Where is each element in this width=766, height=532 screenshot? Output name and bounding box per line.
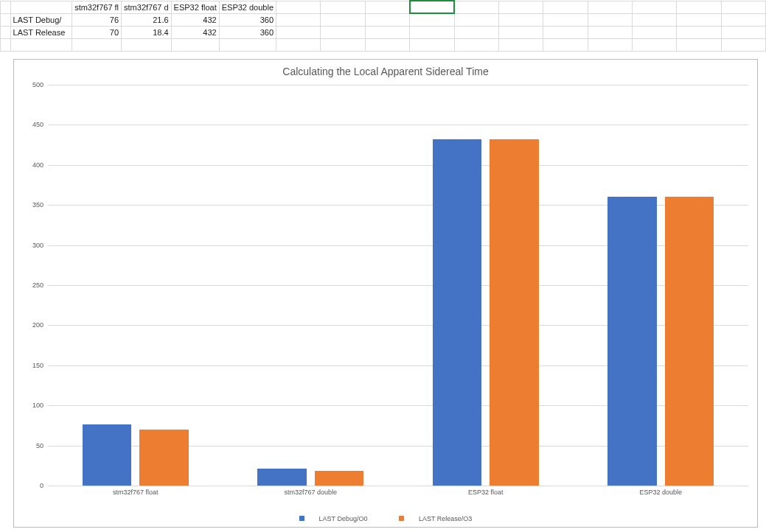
legend-swatch-orange <box>399 516 404 521</box>
y-tick-label: 350 <box>18 201 43 209</box>
active-cell[interactable] <box>410 1 454 13</box>
cell-blank[interactable] <box>677 26 721 38</box>
gridline <box>48 85 748 85</box>
bar <box>257 469 307 486</box>
cell-blank[interactable] <box>454 1 498 13</box>
cell-blank[interactable] <box>219 38 276 51</box>
row1-v4[interactable]: 360 <box>219 13 276 26</box>
cell-blank[interactable] <box>276 26 321 38</box>
y-tick-label: 500 <box>18 81 43 88</box>
cell-blank[interactable] <box>588 38 632 51</box>
bar <box>315 471 364 486</box>
chart[interactable]: Calculating the Local Apparent Sidereal … <box>13 59 758 528</box>
data-table[interactable]: stm32f767 fl stm32f767 d ESP32 float ESP… <box>0 0 766 52</box>
y-tick-label: 200 <box>18 321 43 329</box>
cell-blank[interactable] <box>365 1 409 13</box>
cell-blank[interactable] <box>410 38 454 51</box>
cell-blank[interactable] <box>588 1 632 13</box>
plot-area: 050100150200250300350400450500 <box>48 85 748 486</box>
y-tick-label: 100 <box>18 402 43 409</box>
row2-v2[interactable]: 18.4 <box>122 26 172 38</box>
x-tick-label: stm32f767 double <box>284 489 337 496</box>
row1-v2[interactable]: 21.6 <box>122 13 172 26</box>
hdr-b[interactable]: stm32f767 fl <box>72 1 122 13</box>
cell-blank[interactable] <box>72 38 122 51</box>
row2-label[interactable]: LAST Release <box>10 26 72 38</box>
cell-blank[interactable] <box>365 26 409 38</box>
cell-blank[interactable] <box>677 1 721 13</box>
cell-blank[interactable] <box>321 13 365 26</box>
chart-title: Calculating the Local Apparent Sidereal … <box>14 60 757 80</box>
bar <box>490 139 539 486</box>
hdr-d[interactable]: ESP32 float <box>171 1 219 13</box>
cell-blank[interactable] <box>276 13 321 26</box>
cell-blank[interactable] <box>543 26 588 38</box>
cell-blank[interactable] <box>543 13 588 26</box>
bar <box>433 139 482 486</box>
x-tick-label: stm32f767 float <box>113 489 159 496</box>
gridline <box>48 125 748 125</box>
row1-v3[interactable]: 432 <box>171 13 219 26</box>
row2-v3[interactable]: 432 <box>171 26 219 38</box>
cell-blank[interactable] <box>677 38 721 51</box>
cell-blank[interactable] <box>321 26 365 38</box>
cell-blank[interactable] <box>122 38 172 51</box>
y-tick-label: 400 <box>18 161 43 169</box>
cell-blank[interactable] <box>454 13 498 26</box>
y-tick-label: 450 <box>18 121 43 128</box>
legend-label-1: LAST Debug/O0 <box>319 515 368 522</box>
cell-blank[interactable] <box>498 1 543 13</box>
cell-blank[interactable] <box>721 13 765 26</box>
gridline <box>48 165 748 166</box>
cell-blank[interactable] <box>588 13 632 26</box>
bar <box>139 430 189 486</box>
cell-blank[interactable] <box>365 38 409 51</box>
cell-blank[interactable] <box>543 1 588 13</box>
cell-blank[interactable] <box>276 1 321 13</box>
y-tick-label: 300 <box>18 242 43 249</box>
legend: LAST Debug/O0 LAST Release/O3 <box>14 515 757 523</box>
row1-v1[interactable]: 76 <box>72 13 122 26</box>
bar <box>665 197 714 486</box>
legend-item-1: LAST Debug/O0 <box>292 515 375 522</box>
hdr-c[interactable]: stm32f767 d <box>122 1 172 13</box>
bar <box>83 424 132 486</box>
cell-blank[interactable] <box>632 1 676 13</box>
cell-blank[interactable] <box>632 38 676 51</box>
cell-blank[interactable] <box>321 1 365 13</box>
cell-blank[interactable] <box>721 26 765 38</box>
cell-blank[interactable] <box>365 13 409 26</box>
cell-blank[interactable] <box>498 26 543 38</box>
legend-label-2: LAST Release/O3 <box>419 515 472 522</box>
legend-item-2: LAST Release/O3 <box>391 515 479 522</box>
cell-blank[interactable] <box>498 38 543 51</box>
hdr-e[interactable]: ESP32 double <box>219 1 276 13</box>
cell-blank[interactable] <box>321 38 365 51</box>
cell-blank[interactable] <box>10 38 72 51</box>
cell-blank[interactable] <box>454 38 498 51</box>
y-tick-label: 0 <box>18 482 43 489</box>
x-tick-label: ESP32 double <box>639 489 682 496</box>
cell-blank[interactable] <box>498 13 543 26</box>
cell-blank[interactable] <box>410 13 454 26</box>
cell-blank[interactable] <box>632 26 676 38</box>
cell-blank[interactable] <box>276 38 321 51</box>
cell-blank[interactable] <box>721 1 765 13</box>
row1-label[interactable]: LAST Debug/ <box>10 13 72 26</box>
y-tick-label: 250 <box>18 281 43 289</box>
row-gutter <box>1 26 11 38</box>
cell-blank[interactable] <box>410 26 454 38</box>
cell-blank[interactable] <box>543 38 588 51</box>
y-tick-label: 50 <box>18 442 43 449</box>
cell-blank[interactable] <box>677 13 721 26</box>
cell-blank[interactable] <box>454 26 498 38</box>
row-gutter <box>1 38 11 51</box>
row2-v4[interactable]: 360 <box>219 26 276 38</box>
cell-blank[interactable] <box>632 13 676 26</box>
cell-blank[interactable] <box>721 38 765 51</box>
gridline <box>48 486 748 486</box>
row2-v1[interactable]: 70 <box>72 26 122 38</box>
hdr-blank[interactable] <box>10 1 72 13</box>
cell-blank[interactable] <box>588 26 632 38</box>
cell-blank[interactable] <box>171 38 219 51</box>
